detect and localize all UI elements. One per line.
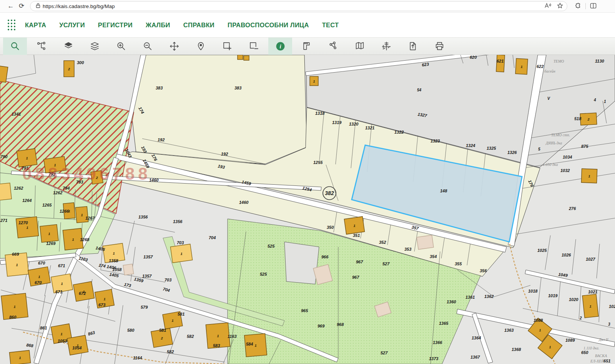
parcel-label-1320: 1320 — [349, 122, 359, 126]
extent-add-icon — [222, 41, 233, 51]
building-number: 2 — [68, 67, 70, 71]
parcel-label-527: 527 — [382, 261, 390, 266]
parcel-label-1088: 1088 — [534, 318, 543, 323]
parcel-label-1322: 1322 — [394, 130, 404, 134]
tool-measure-button[interactable] — [295, 38, 319, 55]
parcel-label-1053: 1053 — [58, 339, 67, 343]
parcel-label-1264: 1264 — [22, 198, 32, 203]
tool-map-sheets-button[interactable] — [348, 38, 372, 55]
building-number: 1 — [353, 224, 355, 228]
parcel-label-969: 969 — [317, 324, 325, 328]
building — [123, 264, 133, 275]
browser-back-button[interactable]: ← — [5, 1, 16, 12]
favorite-star-icon[interactable] — [557, 3, 563, 10]
parcel-label-583: 583 — [213, 343, 220, 348]
tool-location-button[interactable] — [189, 38, 213, 55]
parcel-label-192: 192 — [221, 152, 228, 156]
parcel-label-1361: 1361 — [465, 295, 475, 299]
menu-item-spravki[interactable]: СПРАВКИ — [183, 22, 214, 29]
parcel-label-354: 354 — [430, 254, 437, 259]
building-number: 1 — [16, 263, 18, 267]
map-annotation: басейн — [544, 69, 555, 73]
parcel-label-1032: 1032 — [560, 168, 570, 173]
parcel-label-623: 623 — [422, 62, 429, 67]
watermark-phone: 0883496788 — [22, 164, 151, 183]
map-annotation: 1.110 дка. — [583, 346, 599, 350]
tool-coordinates-button[interactable] — [374, 38, 398, 55]
parcel-label-650: 650 — [581, 350, 588, 355]
parcel-label-54: 54 — [417, 88, 422, 92]
parcel-label-669: 669 — [12, 252, 19, 256]
tool-zoom-in-button[interactable] — [109, 38, 133, 55]
building-number: 1 — [48, 232, 50, 236]
parcel-label-790: 790 — [0, 154, 8, 159]
cadastral-map[interactable]: 382 21121111112111111111111111112111 300… — [0, 55, 615, 364]
tool-print-button[interactable] — [427, 38, 451, 55]
map-viewport[interactable]: 382 21121111112111111111111111112111 300… — [0, 55, 615, 364]
parcel-label-383: 383 — [234, 86, 241, 90]
parcel-label-670: 670 — [38, 261, 45, 265]
read-aloud-icon[interactable] — [545, 3, 552, 10]
parcel-label-1019: 1019 — [548, 293, 558, 298]
map-toolbar: i — [0, 37, 615, 55]
tool-layers-stack-button[interactable] — [83, 38, 106, 55]
coordinates-icon — [381, 41, 392, 51]
parcel-label-271: 271 — [0, 218, 7, 223]
browser-refresh-button[interactable]: ⟳ — [16, 1, 27, 12]
tool-extent-add-button[interactable] — [215, 38, 239, 55]
map-annotation: ЕЛ-ХЕЙН — [590, 359, 607, 363]
map-annotation: ТЕМО — [554, 59, 564, 63]
parcel-label-672: 672 — [79, 291, 86, 296]
menu-item-uslugi[interactable]: УСЛУГИ — [59, 22, 85, 29]
parcel-label-1018: 1018 — [528, 289, 538, 293]
parcel-label-1357: 1357 — [143, 255, 153, 259]
menu-item-registri[interactable]: РЕГИСТРИ — [98, 22, 133, 29]
extensions-icon[interactable] — [575, 2, 581, 10]
parcel-label-1358: 1358 — [109, 258, 118, 263]
parcel-label-968: 968 — [337, 322, 344, 327]
menu-item-test[interactable]: ТЕСТ — [322, 22, 339, 29]
route-icon — [37, 41, 47, 51]
parcel-label-580: 580 — [127, 328, 135, 333]
apps-grid-icon[interactable] — [8, 20, 16, 31]
parcel-label-1265: 1265 — [42, 203, 52, 207]
building-number: 1 — [19, 356, 21, 360]
svg-text:382: 382 — [325, 190, 334, 196]
address-bar[interactable]: https://kais.cadastre.bg/bg/Map — [30, 1, 567, 11]
building-number: 1 — [13, 305, 15, 309]
building-number: 1 — [313, 79, 315, 83]
tool-zoom-out-button[interactable] — [136, 38, 160, 55]
parcel-label-525: 525 — [268, 244, 275, 248]
parcel-label-670: 670 — [35, 280, 42, 285]
layers-icon — [63, 41, 73, 51]
parcel-label-620: 620 — [470, 55, 477, 60]
menu-item-pravosposobni-litsa[interactable]: ПРАВОСПОСОБНИ ЛИЦА — [228, 22, 309, 29]
parcel-label-1270: 1270 — [18, 220, 28, 225]
tool-search-button[interactable] — [3, 38, 27, 55]
parcel-label-622: 622 — [537, 64, 544, 69]
url-text[interactable]: https://kais.cadastre.bg/bg/Map — [43, 3, 539, 9]
parcel-label-1262: 1262 — [14, 186, 23, 190]
split-screen-icon[interactable] — [590, 3, 597, 10]
parcel-label-1323: 1323 — [430, 139, 440, 143]
parcel-label-1358: 1358 — [112, 267, 122, 272]
menu-item-zhalbi[interactable]: ЖАЛБИ — [146, 22, 170, 29]
menu-item-karta[interactable]: КАРТА — [25, 22, 46, 29]
tool-layers-button[interactable] — [56, 38, 80, 55]
parcel-label-1027: 1027 — [586, 257, 595, 261]
tool-info-button[interactable]: i — [268, 38, 292, 55]
map-annotation: Дял II — [598, 338, 608, 342]
map-annotation: 1.650 дка — [543, 162, 558, 167]
tool-export-button[interactable] — [401, 38, 425, 55]
tool-topology-button[interactable] — [321, 38, 345, 55]
parcel-label-1356: 1356 — [138, 215, 148, 219]
parcel-label-1025: 1025 — [537, 248, 547, 253]
parcel-label-1321: 1321 — [365, 126, 374, 130]
tool-pan-button[interactable] — [162, 38, 186, 55]
parcel-label-351: 351 — [353, 233, 360, 238]
tool-route-button[interactable] — [30, 38, 53, 55]
building-number: 1 — [549, 345, 551, 349]
parcel-label-1325: 1325 — [487, 146, 496, 151]
parcel-label-1255: 1255 — [313, 160, 323, 165]
tool-extent-remove-button[interactable] — [242, 38, 266, 55]
